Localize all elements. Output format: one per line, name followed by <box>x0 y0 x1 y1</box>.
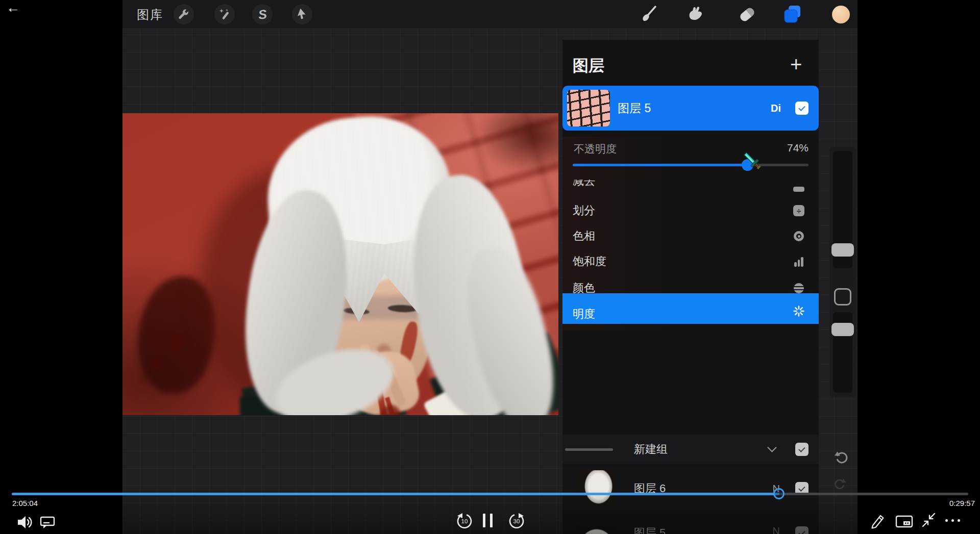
wrench-icon <box>178 8 190 20</box>
smudge-finger-icon <box>685 4 706 24</box>
layer-name: 图层 5 <box>618 86 651 131</box>
luminosity-icon <box>793 306 804 317</box>
back-button[interactable]: ← <box>6 0 20 16</box>
eraser-icon <box>739 6 756 22</box>
adjustments-button[interactable] <box>214 4 235 24</box>
video-player-app: { "ui": { "back_glyph": "←" }, "toolbar"… <box>0 0 980 534</box>
selection-button[interactable]: S <box>252 4 273 24</box>
procreate-toolbar: 图库 S <box>122 0 857 29</box>
blend-mode-item[interactable]: 饱和度 <box>562 249 819 274</box>
color-swatch <box>832 6 850 23</box>
subtract-icon <box>793 187 804 192</box>
brush-size-handle[interactable] <box>831 243 854 257</box>
pause-button[interactable] <box>483 514 493 527</box>
undo-icon <box>833 449 849 465</box>
magic-wand-icon <box>218 8 231 20</box>
brush-tool-button[interactable] <box>640 4 660 24</box>
layers-icon <box>783 4 803 24</box>
redo-icon <box>833 476 847 491</box>
elapsed-time: 2:05:04 <box>12 499 38 507</box>
transform-button[interactable] <box>292 4 312 24</box>
layer-group-row[interactable]: 新建组 <box>562 435 819 464</box>
check-icon <box>798 104 805 111</box>
annotate-button[interactable] <box>869 512 887 530</box>
rewind-10-button[interactable]: 10 <box>454 512 475 532</box>
cursor-sword <box>741 150 764 172</box>
volume-icon <box>15 513 34 531</box>
subtitles-button[interactable] <box>39 514 56 530</box>
saturation-icon <box>794 257 803 267</box>
color-blend-icon <box>794 283 804 293</box>
undo-button[interactable] <box>833 449 849 465</box>
blend-mode-item[interactable]: 划分 ÷ <box>562 198 819 223</box>
opacity-slider[interactable] <box>573 164 808 166</box>
pause-icon <box>483 514 493 527</box>
seek-bar[interactable] <box>12 493 968 495</box>
opacity-value: 74% <box>787 142 808 154</box>
layers-tool-button[interactable] <box>783 4 803 24</box>
chevron-down-icon[interactable] <box>767 443 776 452</box>
pip-button[interactable] <box>895 515 914 528</box>
more-icon <box>945 519 960 522</box>
pencil-icon <box>869 512 887 530</box>
shrink-button[interactable] <box>920 511 937 528</box>
layer-visibility-checkbox[interactable] <box>795 101 808 115</box>
layer-thumbnail <box>567 90 610 126</box>
group-visibility-checkbox[interactable] <box>795 443 808 456</box>
brush-icon <box>640 4 660 24</box>
shrink-icon <box>920 511 937 528</box>
layers-panel-title: 图层 <box>573 55 604 77</box>
video-content[interactable]: 图库 S <box>122 0 857 534</box>
pip-icon <box>895 515 914 528</box>
seek-playhead[interactable] <box>773 488 785 499</box>
divide-icon: ÷ <box>793 205 804 216</box>
canvas-artwork[interactable] <box>122 113 558 415</box>
color-tool-button[interactable] <box>830 4 851 24</box>
hue-icon <box>794 231 804 241</box>
modify-button[interactable] <box>834 288 851 306</box>
layers-panel: 图层 + 图层 5 Di 不透明度 74% 减去 划分 ÷ 色相 <box>562 40 819 534</box>
cursor-arrow-icon <box>296 8 308 20</box>
add-layer-button[interactable]: + <box>790 53 802 76</box>
redo-button[interactable] <box>833 476 847 491</box>
layer-row-selected[interactable]: 图层 5 Di <box>562 86 819 131</box>
remaining-time: 0:29:57 <box>949 499 975 507</box>
volume-button[interactable] <box>15 513 34 531</box>
blend-mode-item-clipped[interactable]: 减去 <box>562 180 819 193</box>
blend-mode-item[interactable]: 色相 <box>562 223 819 249</box>
actions-button[interactable] <box>174 4 194 24</box>
more-button[interactable] <box>945 519 960 522</box>
forward-30-button[interactable]: 30 <box>506 512 527 532</box>
smudge-tool-button[interactable] <box>685 4 706 24</box>
check-icon <box>798 445 805 452</box>
blend-mode-item-selected[interactable]: 明度 <box>562 293 819 324</box>
subtitles-icon <box>39 514 56 530</box>
group-thumbnail-line <box>565 448 613 451</box>
sidebar <box>829 147 856 397</box>
opacity-label: 不透明度 <box>574 142 617 156</box>
selection-icon: S <box>257 7 267 22</box>
gallery-button[interactable]: 图库 <box>137 0 163 29</box>
brush-opacity-handle[interactable] <box>831 323 854 336</box>
blend-mode-badge[interactable]: Di <box>771 86 781 131</box>
eraser-tool-button[interactable] <box>737 4 757 24</box>
